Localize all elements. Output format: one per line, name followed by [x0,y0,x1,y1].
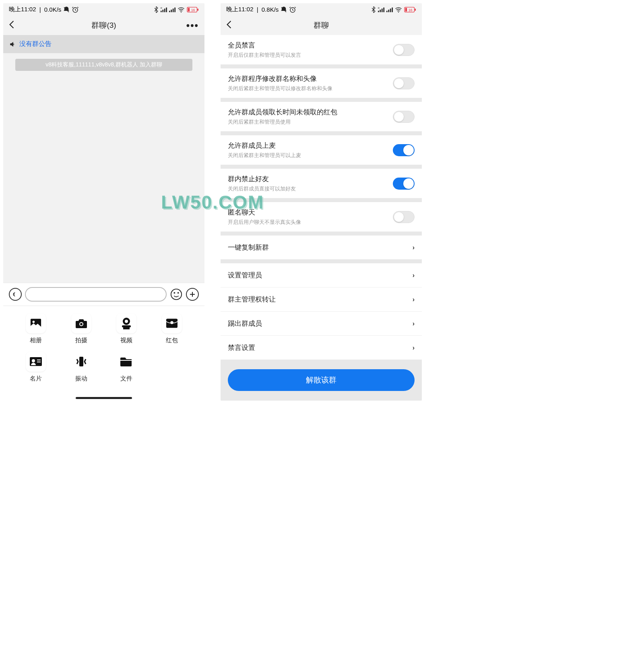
system-message: v8科技客服,111111,v8v8v8,群机器人 加入群聊 [15,59,192,71]
setting-sub: 关闭后紧群主和管理员可以修改群名称和头像 [228,85,332,92]
setting-sub: 关闭后群成员直接可以加好友 [228,185,296,192]
alarm-icon [289,6,296,13]
setting-title: 允许群成员上麦 [228,141,301,150]
attach-namecard[interactable]: 名片 [15,352,57,383]
setting-sub: 关闭后紧群主和管理员使用 [228,118,337,126]
link-mute-settings[interactable]: 禁言设置 › [221,335,422,360]
attach-video[interactable]: 视频 [106,313,147,344]
bluetooth-icon [371,6,376,13]
setting-allow-redpacket: 允许群成员领取长时间未领取的红包 关闭后紧群主和管理员使用 [221,102,422,131]
attach-empty [151,352,193,383]
svg-rect-30 [37,360,41,360]
wifi-icon [395,7,402,12]
signal-icon: R [378,7,384,12]
status-sep: | [38,6,43,13]
toggle[interactable] [393,211,415,223]
svg-rect-25 [122,325,131,327]
svg-rect-44 [392,7,393,12]
setting-title: 允许群程序修改群名称和头像 [228,74,332,83]
svg-point-18 [178,292,179,294]
chevron-right-icon: › [413,244,415,251]
attachment-grid: 相册 拍摄 视频 红包 名片 振动 [3,306,204,395]
svg-point-17 [173,292,175,294]
svg-point-22 [80,323,83,325]
attach-label: 视频 [120,337,132,344]
svg-rect-13 [197,8,198,10]
svg-rect-14 [188,8,190,11]
svg-rect-48 [405,8,407,11]
svg-rect-8 [171,10,172,12]
svg-rect-33 [120,360,132,361]
plus-button[interactable] [186,288,199,301]
attach-file[interactable]: 文件 [106,352,147,383]
bluetooth-icon [154,6,159,13]
svg-rect-47 [415,8,416,10]
svg-rect-4 [164,8,165,12]
svg-rect-5 [166,7,167,12]
toggle[interactable] [393,178,415,190]
setting-title: 群内禁止好友 [228,174,296,184]
svg-rect-38 [382,8,383,12]
svg-rect-9 [173,8,174,12]
toggle[interactable] [393,144,415,156]
mute-icon [63,6,70,13]
chevron-right-icon: › [413,344,415,352]
nav-title: 群聊(3) [91,20,116,31]
status-speed: 0.8K/s [262,6,279,13]
setting-title: 全员禁言 [228,41,301,50]
speaker-icon [9,41,17,48]
attach-redpacket[interactable]: 红包 [151,313,193,344]
attach-label: 名片 [30,375,42,383]
chat-area: v8科技客服,111111,v8v8v8,群机器人 加入群聊 [3,53,204,283]
announcement-bar[interactable]: 没有群公告 [3,35,204,53]
toggle[interactable] [393,77,415,89]
svg-text:R: R [161,7,162,9]
svg-rect-7 [169,10,170,12]
nav-bar: 群聊(3) ••• [3,16,204,35]
link-set-admin[interactable]: 设置管理员 › [221,263,422,287]
attach-album[interactable]: 相册 [15,313,57,344]
setting-title: 允许群成员领取长时间未领取的红包 [228,108,337,117]
announcement-text: 没有群公告 [19,40,52,48]
link-kick-member[interactable]: 踢出群成员 › [221,311,422,335]
status-sep: | [255,6,260,13]
link-clone-group[interactable]: 一键复制新群 › [221,236,422,259]
svg-point-16 [171,289,182,300]
svg-rect-41 [386,10,388,12]
link-transfer-owner[interactable]: 群主管理权转让 › [221,287,422,311]
signal2-icon [169,7,175,12]
wifi-icon [178,7,185,12]
svg-rect-42 [388,10,389,12]
attach-label: 文件 [120,375,132,383]
back-button[interactable] [9,20,14,31]
nav-bar: 群聊 [221,16,422,35]
link-title: 禁言设置 [228,343,255,352]
input-bar [3,283,204,306]
attach-vibrate[interactable]: 振动 [61,352,102,383]
svg-point-29 [32,359,35,362]
link-title: 群主管理权转让 [228,295,276,304]
svg-rect-37 [380,10,381,12]
emoji-button[interactable] [170,288,183,301]
phone-settings: 晚上11:02 | 0.8K/s R 16 群聊 [221,3,422,401]
battery-icon: 16 [404,7,416,12]
link-title: 踢出群成员 [228,319,262,328]
more-button[interactable]: ••• [186,20,199,31]
dissolve-group-button[interactable]: 解散该群 [228,369,415,391]
setting-sub: 开启后仅群主和管理员可以发言 [228,52,301,59]
svg-point-27 [170,321,173,324]
phone-chat: 晚上11:02 | 0.0K/s R 16 群聊(3) ••• [3,3,204,401]
back-button[interactable] [226,20,232,31]
attach-label: 拍摄 [75,337,87,344]
setting-mute-all: 全员禁言 开启后仅群主和管理员可以发言 [221,35,422,64]
attach-camera[interactable]: 拍摄 [61,313,102,344]
link-title: 一键复制新群 [228,243,269,252]
signal-icon: R [161,7,167,12]
toggle[interactable] [393,44,415,56]
message-input[interactable] [25,287,167,302]
setting-allow-modify: 允许群程序修改群名称和头像 关闭后紧群主和管理员可以修改群名称和头像 [221,68,422,98]
toggle[interactable] [393,111,415,123]
voice-button[interactable] [9,288,22,301]
alarm-icon [72,6,79,13]
svg-rect-31 [37,362,41,362]
